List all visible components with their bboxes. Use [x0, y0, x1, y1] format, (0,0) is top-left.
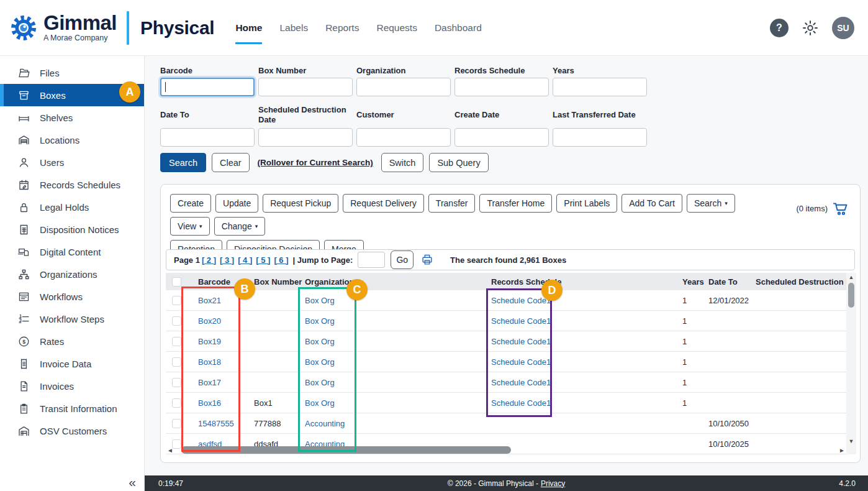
transfer-button[interactable]: Transfer — [428, 194, 476, 213]
sidebar-item-users[interactable]: Users — [0, 151, 144, 173]
transfer-home-button[interactable]: Transfer Home — [479, 194, 552, 213]
create-button[interactable]: Create — [170, 194, 211, 213]
column-header-scheduled-destruction[interactable]: Scheduled Destruction D — [756, 277, 846, 287]
barcode-link[interactable]: Box19 — [198, 337, 221, 346]
horizontal-scroll-thumb[interactable] — [181, 446, 511, 454]
records-schedule-link[interactable]: Schedule Code1 — [491, 357, 551, 367]
barcode-link[interactable]: Box16 — [198, 398, 221, 408]
page-link-2[interactable]: [ 2 ] — [202, 255, 216, 265]
sidebar-item-records-schedules[interactable]: Records Schedules — [0, 173, 144, 196]
clear-button[interactable]: Clear — [212, 153, 250, 172]
date-to-input[interactable] — [160, 128, 255, 147]
organization-link[interactable]: Box Org — [305, 296, 335, 305]
row-checkbox[interactable] — [172, 419, 181, 428]
records-schedule-input[interactable] — [454, 78, 549, 96]
view-dropdown[interactable]: View▾ — [170, 217, 210, 236]
column-header-box-number[interactable]: Box Number — [254, 277, 305, 287]
request-pickup-button[interactable]: Request Pickup — [263, 194, 338, 213]
page-link-6[interactable]: [ 6 ] — [274, 255, 288, 265]
horizontal-scrollbar[interactable]: ◄ ► — [166, 446, 849, 455]
privacy-link[interactable]: Privacy — [541, 479, 565, 488]
scroll-left-icon[interactable]: ◄ — [167, 446, 173, 454]
barcode-link[interactable]: Box17 — [198, 378, 221, 387]
column-header-years[interactable]: Years — [680, 277, 708, 287]
cart-icon[interactable] — [831, 200, 850, 217]
sidebar-item-shelves[interactable]: Shelves — [0, 106, 144, 129]
vertical-scroll-thumb[interactable] — [848, 283, 854, 308]
barcode-link[interactable]: Box20 — [198, 316, 221, 326]
organization-link[interactable]: Box Org — [305, 398, 335, 408]
organization-link[interactable]: Accounting — [305, 419, 345, 428]
printer-icon[interactable] — [420, 253, 434, 267]
organization-link[interactable]: Box Org — [305, 337, 335, 346]
search-dropdown[interactable]: Search▾ — [687, 194, 735, 213]
tab-dashboard[interactable]: Dashboard — [435, 19, 482, 37]
organization-link[interactable]: Box Org — [305, 378, 335, 387]
barcode-link[interactable]: Box18 — [198, 357, 221, 367]
sidebar-item-legal-holds[interactable]: Legal Holds — [0, 196, 144, 218]
column-header-date-to[interactable]: Date To — [708, 277, 756, 287]
sidebar-item-disposition-notices[interactable]: Disposition Notices — [0, 218, 144, 241]
records-schedule-link[interactable]: Schedule Code1 — [491, 398, 551, 408]
sidebar-item-files[interactable]: Files — [0, 62, 144, 84]
sidebar-item-locations[interactable]: Locations — [0, 129, 144, 151]
add-to-cart-button[interactable]: Add To Cart — [622, 194, 682, 213]
row-checkbox[interactable] — [172, 337, 181, 346]
create-date-input[interactable] — [454, 128, 549, 147]
organization-link[interactable]: Box Org — [305, 357, 335, 367]
row-checkbox[interactable] — [172, 357, 181, 367]
select-all-checkbox[interactable] — [172, 277, 181, 287]
tab-requests[interactable]: Requests — [376, 19, 417, 37]
organization-input[interactable] — [356, 78, 451, 96]
search-button[interactable]: Search — [160, 153, 206, 172]
row-checkbox[interactable] — [172, 296, 181, 305]
box-number-input[interactable] — [258, 78, 353, 96]
sidebar-item-workflow-steps[interactable]: 12 Workflow Steps — [0, 308, 144, 330]
records-schedule-link[interactable]: Schedule Code1 — [491, 296, 551, 305]
help-icon[interactable]: ? — [770, 19, 789, 37]
scroll-right-icon[interactable]: ► — [839, 446, 845, 454]
request-delivery-button[interactable]: Request Delivery — [343, 194, 424, 213]
barcode-link[interactable]: Box21 — [198, 296, 221, 305]
sidebar-item-digital-content[interactable]: Digital Content — [0, 241, 144, 263]
records-schedule-link[interactable]: Schedule Code1 — [491, 337, 551, 346]
tab-labels[interactable]: Labels — [279, 19, 308, 37]
last-transferred-date-input[interactable] — [553, 128, 647, 147]
switch-button[interactable]: Switch — [381, 153, 424, 172]
tab-reports[interactable]: Reports — [325, 19, 359, 37]
records-schedule-link[interactable]: Schedule Code1 — [491, 316, 551, 326]
jump-to-page-input[interactable] — [358, 252, 385, 268]
column-header-organization[interactable]: Organization — [305, 277, 491, 287]
sub-query-button[interactable]: Sub Query — [429, 153, 488, 172]
barcode-link[interactable]: 15487555 — [198, 419, 234, 428]
gear-icon[interactable] — [801, 19, 820, 37]
scroll-down-icon[interactable]: ▼ — [846, 437, 856, 446]
update-button[interactable]: Update — [215, 194, 258, 213]
row-checkbox[interactable] — [172, 398, 181, 408]
scroll-up-icon[interactable]: ▲ — [846, 273, 856, 282]
records-schedule-link[interactable]: Schedule Code1 — [491, 378, 551, 387]
sidebar-item-rates[interactable]: $ Rates — [0, 330, 144, 352]
row-checkbox[interactable] — [172, 316, 181, 326]
rollover-current-search-link[interactable]: (Rollover for Current Search) — [258, 158, 373, 167]
years-input[interactable] — [553, 78, 647, 96]
organization-link[interactable]: Box Org — [305, 316, 335, 326]
page-link-4[interactable]: [ 4 ] — [238, 255, 252, 265]
barcode-input[interactable] — [160, 78, 255, 96]
sidebar-item-invoice-data[interactable]: Invoice Data — [0, 352, 144, 375]
vertical-scrollbar[interactable]: ▲ ▼ — [846, 273, 856, 454]
sidebar-item-workflows[interactable]: Workflows — [0, 285, 144, 308]
page-link-5[interactable]: [ 5 ] — [256, 255, 270, 265]
sidebar-collapse-icon[interactable]: « — [129, 475, 136, 490]
sidebar-item-osv-customers[interactable]: OSV Customers — [0, 420, 144, 442]
sidebar-item-organizations[interactable]: Organizations — [0, 263, 144, 285]
sidebar-item-invoices[interactable]: Invoices — [0, 375, 144, 397]
sidebar-item-transit-information[interactable]: Transit Information — [0, 397, 144, 420]
column-header-records-schedule[interactable]: Records Schedule — [491, 277, 680, 287]
customer-input[interactable] — [356, 128, 451, 147]
row-checkbox[interactable] — [172, 378, 181, 387]
page-link-3[interactable]: [ 3 ] — [220, 255, 234, 265]
avatar[interactable]: SU — [832, 17, 854, 39]
go-button[interactable]: Go — [391, 250, 414, 269]
tab-home[interactable]: Home — [235, 19, 262, 37]
